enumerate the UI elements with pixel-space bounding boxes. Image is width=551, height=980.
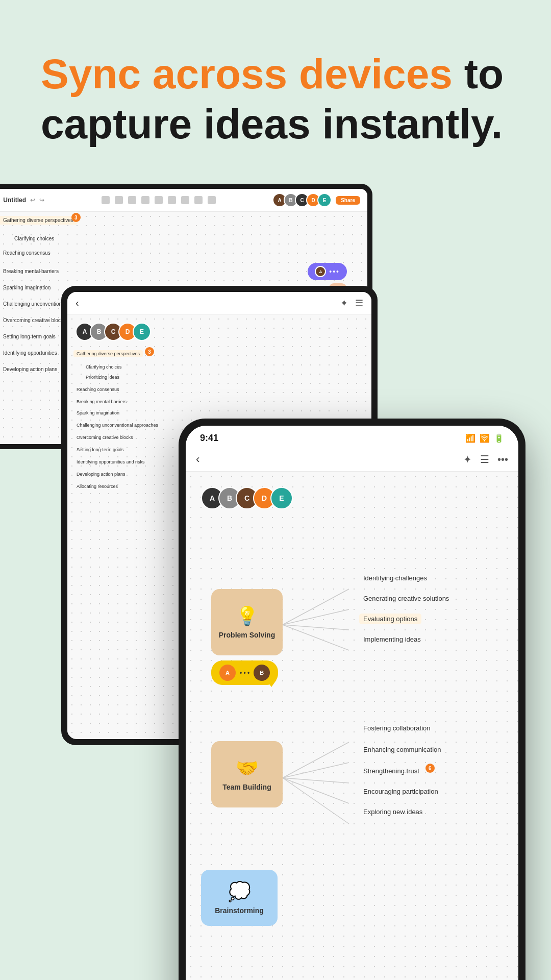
phone-body: 9:41 📶 🛜 🔋 ‹ ✦ ☰ ••• [179, 419, 525, 980]
brainstorm-icon: 💭 [228, 881, 251, 902]
status-time: 9:41 [200, 433, 218, 444]
wifi-icon: 🛜 [480, 433, 490, 443]
phone-toolbar-icons: ✦ ☰ ••• [463, 453, 508, 465]
signal-icon: 📶 [465, 433, 475, 443]
desktop-toolbar-mid [51, 196, 266, 204]
tab-mm-7: Challenging unconventional approaches [73, 422, 161, 429]
tab-badge-1: 3 [145, 347, 154, 356]
desktop-undo-icon[interactable]: ↩ [30, 197, 35, 204]
hero-orange-text: Sync across devices [41, 51, 453, 97]
tablet-toolbar: ‹ ✦ ☰ [67, 292, 371, 314]
svg-line-2 [283, 625, 349, 630]
dt-item-5: Sparking imagination [0, 283, 55, 292]
tablet-star-icon[interactable]: ✦ [340, 298, 348, 309]
phone-more-icon[interactable]: ••• [497, 454, 508, 465]
tab-mm-9: Setting long-term goals [73, 446, 127, 453]
node-team-building: 🤝 Team Building [211, 741, 283, 807]
svg-line-4 [283, 742, 349, 778]
tab-mm-2: Clarifying choices [83, 363, 125, 371]
desktop-toolbar: ‹ Untitled ↩ ↪ [0, 189, 367, 212]
dt-item-7: Overcoming creative blocks [0, 316, 70, 325]
ph-branch-tb-4: Encouraging participation [359, 786, 442, 797]
device-stack: ‹ Untitled ↩ ↪ [0, 184, 551, 980]
desktop-title: Untitled [3, 197, 26, 204]
hero-section: Sync across devices to capture ideas ins… [0, 0, 551, 178]
battery-icon: 🔋 [494, 433, 504, 443]
svg-line-5 [283, 763, 349, 778]
desktop-redo-icon[interactable]: ↪ [39, 197, 44, 204]
phone-back-icon[interactable]: ‹ [196, 453, 199, 466]
ph-bubble-avatar-2: B [254, 665, 270, 681]
dt-item-1: Gathering diverse perspectives 3 [0, 216, 78, 225]
dt-bubble-dots: ••• [329, 267, 340, 276]
dt-item-3: Reaching consensus [0, 249, 55, 257]
tool-icon-7[interactable] [181, 196, 189, 204]
tab-mm-1: Gathering diverse perspectives 3 [73, 350, 143, 357]
team-building-icon: 🤝 [236, 757, 259, 779]
svg-line-1 [283, 609, 349, 625]
status-icons: 📶 🛜 🔋 [465, 433, 504, 443]
ph-bubble-avatar: A [219, 665, 236, 681]
tablet-avatar-row: A B C D E [76, 323, 363, 341]
dt-item-8: Setting long-term goals [0, 332, 60, 341]
problem-solving-icon: 💡 [236, 605, 259, 627]
dt-chat-bubble-purple: A ••• [308, 263, 347, 280]
ph-branch-tb-3: Strengthening trust 6 [359, 766, 423, 776]
phone-device: 9:41 📶 🛜 🔋 ‹ ✦ ☰ ••• [179, 419, 525, 980]
hero-headline: Sync across devices to [41, 51, 510, 97]
tab-avatar-5: E [133, 323, 151, 341]
dt-item-10: Developing action plans [0, 365, 61, 374]
node-brainstorming: 💭 Brainstorming [201, 870, 278, 926]
tab-mm-10: Identifying opportunities and risks [73, 458, 148, 465]
dt-item-2: Clarifying choices [10, 234, 58, 243]
dt-item-9: Identifying opportunities [0, 349, 61, 357]
ph-branch-tb-5: Exploring new ideas [359, 806, 427, 817]
tool-icon-3[interactable] [128, 196, 136, 204]
phone-star-icon[interactable]: ✦ [463, 453, 472, 465]
ph-bubble-arrow [266, 680, 277, 687]
ph-bubble-dots: • • • [240, 669, 249, 676]
dt-badge-1: 3 [71, 213, 81, 222]
status-bar: 9:41 📶 🛜 🔋 [186, 426, 518, 448]
tab-mm-8: Overcoming creative blocks [73, 434, 136, 441]
svg-line-0 [283, 589, 349, 625]
tab-mm-5: Breaking mental barriers [73, 398, 130, 405]
node-team-label: Team Building [222, 783, 271, 791]
avatar-5: E [317, 193, 332, 207]
ph-branch-ps-2: Generating creative solutions [359, 593, 453, 604]
tab-mm-11: Developing action plans [73, 471, 129, 478]
node-problem-label: Problem Solving [219, 631, 275, 639]
ph-branch-tb-2: Enhancing communication [359, 744, 445, 755]
desktop-share-btn[interactable]: Share [336, 196, 360, 205]
tool-icon-6[interactable] [168, 196, 176, 204]
tab-mm-4: Reaching consensus [73, 386, 122, 393]
phone-canvas: A B C D E [186, 472, 518, 980]
svg-line-7 [283, 778, 349, 803]
dt-bubble-avatar: A [315, 266, 326, 277]
desktop-toolbar-right: A B C D E Share [272, 193, 360, 207]
ph-branch-ps-3: Evaluating options [359, 614, 421, 624]
phone-screen: 9:41 📶 🛜 🔋 ‹ ✦ ☰ ••• [186, 426, 518, 980]
tool-icon-9[interactable] [208, 196, 216, 204]
svg-line-8 [283, 778, 349, 824]
tablet-back-icon[interactable]: ‹ [76, 297, 79, 309]
tool-icon-1[interactable] [102, 196, 110, 204]
tab-mm-3: Prioritizing ideas [83, 374, 122, 381]
phone-toolbar: ‹ ✦ ☰ ••• [186, 448, 518, 472]
tool-icon-8[interactable] [194, 196, 203, 204]
svg-line-6 [283, 778, 349, 783]
tab-mm-6: Sparking imagination [73, 409, 122, 416]
node-brainstorm-label: Brainstorming [215, 906, 264, 915]
tablet-toolbar-icons: ✦ ☰ [340, 298, 363, 309]
tool-icon-2[interactable] [115, 196, 123, 204]
desktop-avatar-row: A B C D E [272, 193, 332, 207]
tool-icon-5[interactable] [155, 196, 163, 204]
phone-avatar-row: A B C D E [201, 487, 293, 509]
hero-subheadline: capture ideas instantly. [41, 101, 510, 147]
desktop-toolbar-left: ‹ Untitled ↩ ↪ [0, 197, 44, 204]
tablet-list-icon[interactable]: ☰ [355, 298, 363, 309]
tab-mm-12: Allocating resources [73, 483, 121, 490]
phone-list-icon[interactable]: ☰ [480, 453, 489, 465]
tool-icon-4[interactable] [141, 196, 149, 204]
ph-avatar-5: E [270, 487, 293, 509]
